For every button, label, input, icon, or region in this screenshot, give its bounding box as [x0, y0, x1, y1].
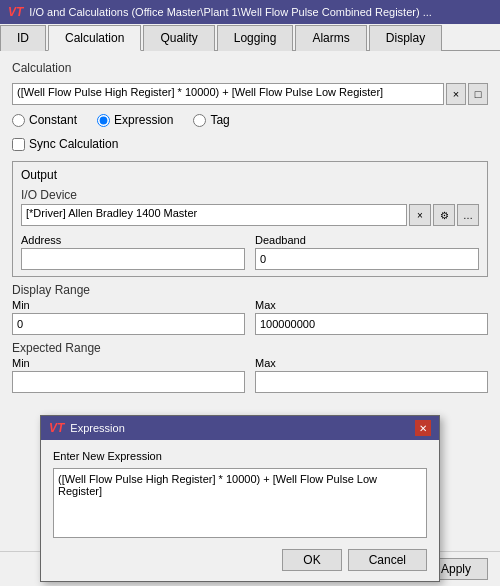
expected-range-section: Expected Range Min Max: [12, 341, 488, 393]
io-device-label: I/O Device: [21, 188, 479, 202]
tab-display[interactable]: Display: [369, 25, 442, 51]
tab-logging[interactable]: Logging: [217, 25, 294, 51]
expected-range-min-label: Min: [12, 357, 245, 369]
sync-calculation-row: Sync Calculation: [12, 137, 488, 151]
radio-expression-label: Expression: [114, 113, 173, 127]
expected-range-row: Min Max: [12, 357, 488, 393]
dialog-title-bar: VT Expression ✕: [41, 416, 439, 440]
io-browse-button[interactable]: …: [457, 204, 479, 226]
expected-range-min-col: Min: [12, 357, 245, 393]
dialog-title-label: Expression: [70, 422, 124, 434]
display-range-min-input[interactable]: [12, 313, 245, 335]
display-range-max-label: Max: [255, 299, 488, 311]
dialog-button-row: OK Cancel: [53, 549, 427, 571]
expected-range-label: Expected Range: [12, 341, 488, 355]
sync-calculation-label: Sync Calculation: [29, 137, 118, 151]
io-gear-button[interactable]: ⚙: [433, 204, 455, 226]
dialog-content: Enter New Expression ([Well Flow Pulse H…: [41, 440, 439, 581]
radio-constant[interactable]: Constant: [12, 113, 77, 127]
expression-textarea[interactable]: ([Well Flow Pulse High Register] * 10000…: [53, 468, 427, 538]
dialog-title-text: VT Expression: [49, 421, 125, 435]
tab-alarms[interactable]: Alarms: [295, 25, 366, 51]
dialog-close-button[interactable]: ✕: [415, 420, 431, 436]
expected-range-max-col: Max: [255, 357, 488, 393]
deadband-input[interactable]: [255, 248, 479, 270]
app-logo: VT: [8, 5, 23, 19]
expression-dialog: VT Expression ✕ Enter New Expression ([W…: [40, 415, 440, 582]
sync-calculation-checkbox[interactable]: [12, 138, 25, 151]
tab-bar: ID Calculation Quality Logging Alarms Di…: [0, 24, 500, 51]
display-range-min-col: Min: [12, 299, 245, 335]
display-range-max-col: Max: [255, 299, 488, 335]
radio-row: Constant Expression Tag: [12, 113, 488, 127]
io-clear-button[interactable]: ×: [409, 204, 431, 226]
radio-tag-label: Tag: [210, 113, 229, 127]
calculation-input-row: ([Well Flow Pulse High Register] * 10000…: [12, 83, 488, 105]
radio-expression[interactable]: Expression: [97, 113, 173, 127]
calculation-expression-display: ([Well Flow Pulse High Register] * 10000…: [12, 83, 444, 105]
address-col: Address: [21, 234, 245, 270]
tab-calculation[interactable]: Calculation: [48, 25, 141, 51]
address-deadband-row: Address Deadband: [21, 234, 479, 270]
calculation-label: Calculation: [12, 61, 488, 75]
title-bar: VT I/O and Calculations (Office Master\P…: [0, 0, 500, 24]
address-label: Address: [21, 234, 245, 246]
display-range-max-input[interactable]: [255, 313, 488, 335]
window-title: I/O and Calculations (Office Master\Plan…: [29, 6, 492, 18]
expected-range-min-input[interactable]: [12, 371, 245, 393]
radio-tag[interactable]: Tag: [193, 113, 229, 127]
io-device-display: [*Driver] Allen Bradley 1400 Master: [21, 204, 407, 226]
deadband-label: Deadband: [255, 234, 479, 246]
clear-expression-button[interactable]: ×: [446, 83, 466, 105]
expand-expression-button[interactable]: □: [468, 83, 488, 105]
address-input[interactable]: [21, 248, 245, 270]
output-label: Output: [21, 168, 479, 182]
tab-quality[interactable]: Quality: [143, 25, 214, 51]
dialog-ok-button[interactable]: OK: [282, 549, 341, 571]
dialog-cancel-button[interactable]: Cancel: [348, 549, 427, 571]
display-range-row: Min Max: [12, 299, 488, 335]
expected-range-max-input[interactable]: [255, 371, 488, 393]
dialog-enter-label: Enter New Expression: [53, 450, 427, 462]
expected-range-max-label: Max: [255, 357, 488, 369]
tab-id[interactable]: ID: [0, 25, 46, 51]
output-section: Output I/O Device [*Driver] Allen Bradle…: [12, 161, 488, 277]
radio-constant-label: Constant: [29, 113, 77, 127]
deadband-col: Deadband: [255, 234, 479, 270]
display-range-label: Display Range: [12, 283, 488, 297]
display-range-min-label: Min: [12, 299, 245, 311]
io-device-row: [*Driver] Allen Bradley 1400 Master × ⚙ …: [21, 204, 479, 226]
display-range-section: Display Range Min Max: [12, 283, 488, 335]
dialog-logo: VT: [49, 421, 64, 435]
